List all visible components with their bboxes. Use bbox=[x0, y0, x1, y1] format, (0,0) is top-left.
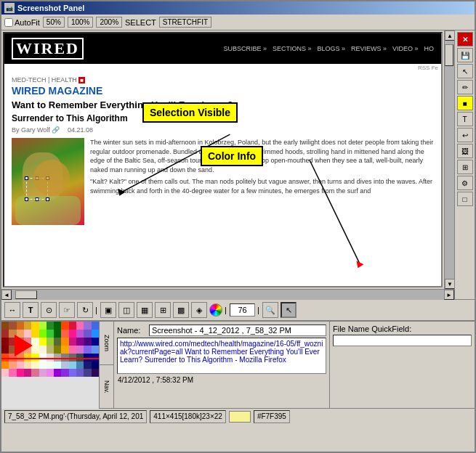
text-button[interactable]: T bbox=[457, 112, 473, 126]
pixel-cell bbox=[39, 322, 47, 330]
move-tool-button[interactable]: ↔ bbox=[4, 302, 20, 318]
handle-tr[interactable] bbox=[46, 176, 49, 180]
pixel-cell bbox=[69, 362, 76, 370]
undo-button[interactable]: ↩ bbox=[457, 128, 473, 142]
url-text: http://www.wired.com/medtech/health/maga… bbox=[120, 340, 323, 364]
zoom-200-button[interactable]: 200% bbox=[96, 17, 122, 28]
nav-tab[interactable]: Nav. bbox=[100, 365, 113, 409]
wired-page-content: WIRED SUBSCRIBE » SECTIONS » BLOGS » REV… bbox=[4, 33, 441, 286]
tool-a[interactable]: ▣ bbox=[100, 302, 116, 318]
scroll-track-h[interactable] bbox=[12, 290, 444, 300]
selection-box bbox=[26, 178, 48, 200]
top-toolbar: AutoFit 50% 100% 200% SELECT STRETCHFIT bbox=[1, 15, 475, 30]
status-dimensions: 411×415 [180k] 23×22 bbox=[150, 410, 226, 423]
eyedropper-button[interactable]: ⊙ bbox=[41, 302, 57, 318]
selection-visible-callout: Selection Visible bbox=[142, 102, 238, 123]
thumbnail-play-icon[interactable] bbox=[15, 335, 33, 356]
scroll-track-v[interactable] bbox=[445, 41, 454, 279]
thumbnail-area bbox=[1, 322, 100, 409]
pixel-cell bbox=[69, 346, 76, 354]
cursor-button[interactable]: ↖ bbox=[457, 64, 473, 78]
autofit-checkbox[interactable]: AutoFit bbox=[4, 18, 40, 27]
scroll-thumb-h[interactable] bbox=[15, 290, 37, 299]
status-bar: 7_58_32 PM.png' · (Thursday, April 12, 2… bbox=[1, 408, 475, 424]
pixel-cell bbox=[39, 346, 47, 354]
tool-f[interactable]: ◈ bbox=[191, 302, 207, 318]
settings-button[interactable]: ⚙ bbox=[457, 176, 473, 190]
color-button[interactable]: ■ bbox=[457, 96, 473, 110]
handle-tm[interactable] bbox=[36, 176, 39, 180]
horizontal-scrollbar[interactable]: ◄ ► bbox=[1, 289, 454, 299]
pixel-cell bbox=[1, 369, 9, 377]
pixel-cell bbox=[61, 330, 68, 338]
pixel-cell bbox=[84, 322, 91, 330]
image-button[interactable]: 🖼 bbox=[457, 144, 473, 158]
pixel-grid bbox=[1, 322, 99, 409]
pixel-cell bbox=[61, 369, 68, 377]
pixel-cell bbox=[84, 362, 91, 370]
pixel-cell bbox=[9, 322, 16, 330]
edit-button[interactable]: ✏ bbox=[457, 80, 473, 94]
zoom-value-input[interactable] bbox=[230, 303, 255, 317]
zoom-100-button[interactable]: 100% bbox=[68, 17, 94, 28]
handle-bl[interactable] bbox=[25, 197, 28, 201]
nav-sections: SECTIONS » bbox=[273, 45, 312, 52]
select-tool-button[interactable]: ↖ bbox=[281, 302, 297, 318]
text-tool-button[interactable]: T bbox=[23, 302, 39, 318]
pixel-cell bbox=[17, 369, 24, 377]
pixel-cell bbox=[24, 322, 31, 330]
scroll-thumb-v[interactable] bbox=[445, 44, 453, 66]
handle-tl[interactable] bbox=[25, 176, 28, 180]
pixel-cell bbox=[54, 330, 61, 338]
pixel-cell bbox=[76, 322, 84, 330]
app-icon: 📷 bbox=[4, 3, 15, 13]
svg-marker-3 bbox=[356, 261, 363, 268]
scroll-left-button[interactable]: ◄ bbox=[1, 290, 12, 300]
handle-bm[interactable] bbox=[36, 197, 39, 201]
pixel-cell bbox=[84, 346, 91, 354]
tool-d[interactable]: ⊞ bbox=[155, 302, 171, 318]
hand-tool-button[interactable]: ☞ bbox=[59, 302, 75, 318]
zoom-50-button[interactable]: 50% bbox=[43, 17, 65, 28]
pixel-cell bbox=[76, 362, 84, 370]
vertical-scrollbar[interactable]: ▲ ▼ bbox=[444, 30, 454, 289]
nav-reviews: REVIEWS » bbox=[351, 45, 387, 52]
pixel-cell bbox=[24, 362, 31, 370]
category-badge: ■ bbox=[78, 77, 85, 83]
zoom-out-button[interactable]: 🔍 bbox=[262, 302, 278, 318]
scroll-down-button[interactable]: ▼ bbox=[445, 279, 455, 289]
autofit-check[interactable] bbox=[4, 18, 13, 27]
color-info-callout: Color Info bbox=[201, 146, 263, 166]
pixel-cell bbox=[39, 369, 47, 377]
tool-c[interactable]: ▦ bbox=[137, 302, 153, 318]
filename-quickfield-label: File Name QuickField: bbox=[333, 325, 472, 333]
handle-br[interactable] bbox=[46, 197, 49, 201]
pixel-cell bbox=[92, 338, 99, 346]
autofit-label: AutoFit bbox=[15, 18, 40, 27]
tool-b[interactable]: ◫ bbox=[118, 302, 134, 318]
close-button[interactable]: ✕ bbox=[457, 32, 473, 46]
article-category: MED-TECH | HEALTH ■ bbox=[12, 76, 434, 83]
article-byline: By Gary Wolf 🔗 04.21.08 bbox=[12, 126, 434, 134]
nav-blogs: BLOGS » bbox=[317, 45, 345, 52]
color-wheel-button[interactable] bbox=[209, 303, 222, 317]
nav-more: HO bbox=[424, 45, 435, 52]
separator-1: | bbox=[95, 306, 98, 314]
pixel-cell bbox=[17, 362, 24, 370]
name-input[interactable] bbox=[149, 325, 326, 336]
extra-button[interactable]: □ bbox=[457, 192, 473, 206]
save-button[interactable]: 💾 bbox=[457, 48, 473, 62]
zoom-tab[interactable]: Zoom bbox=[100, 322, 113, 365]
name-row: Name: bbox=[117, 325, 326, 336]
tool-e[interactable]: ▩ bbox=[173, 302, 189, 318]
pixel-cell bbox=[1, 322, 9, 330]
refresh-button[interactable]: ↻ bbox=[77, 302, 93, 318]
pixel-cell bbox=[54, 369, 61, 377]
screenshot-viewport[interactable]: WIRED SUBSCRIBE » SECTIONS » BLOGS » REV… bbox=[3, 32, 443, 287]
scroll-up-button[interactable]: ▲ bbox=[445, 30, 455, 41]
stretchfit-button[interactable]: STRETCHFIT bbox=[159, 17, 211, 28]
pixel-cell bbox=[92, 346, 99, 354]
grid-button[interactable]: ⊞ 121% bbox=[457, 160, 473, 174]
filename-quickfield-input[interactable] bbox=[333, 335, 472, 346]
scroll-right-button[interactable]: ► bbox=[444, 290, 454, 300]
